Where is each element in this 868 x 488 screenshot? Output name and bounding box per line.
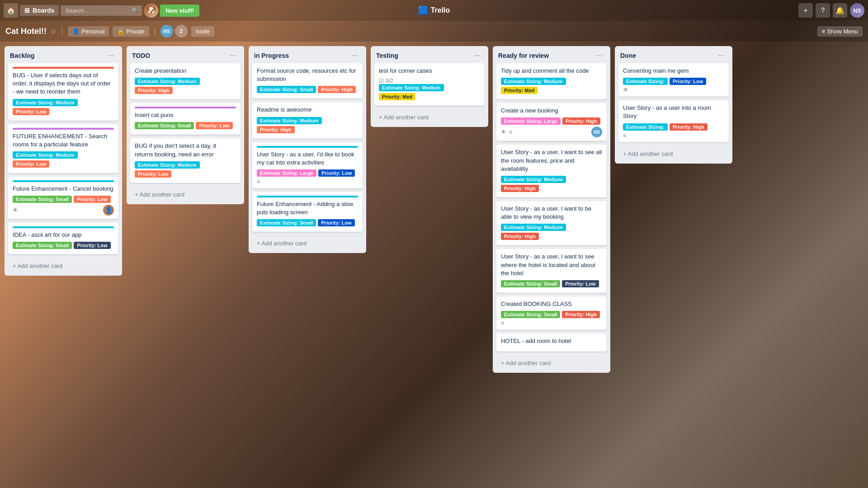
add-card-button-done[interactable]: + Add another card (618, 148, 729, 160)
checklist-te1: ☑ 0/2 (379, 78, 480, 84)
card-footer-b3: 👁👤 (13, 205, 114, 216)
info-button[interactable]: ？ (816, 3, 830, 18)
card-b3[interactable]: Future Enhancement - Cancel bookingEstim… (8, 177, 118, 219)
badge-r5-0: Estimate Sizing: Small (501, 280, 560, 287)
card-b4[interactable]: IDEA - ascii art for our appEstimate Siz… (8, 223, 118, 254)
card-footer-p3: ≡ (257, 178, 358, 185)
column-menu-testing[interactable]: ··· (472, 51, 483, 61)
card-p3[interactable]: User Story - as a user, I'd like to book… (252, 142, 363, 188)
column-menu-ready-for-review[interactable]: ··· (594, 51, 605, 61)
home-button[interactable]: 🏠 (4, 3, 18, 18)
search-icon: 🔍 (132, 7, 138, 14)
column-menu-todo[interactable]: ··· (227, 51, 239, 61)
team-count[interactable]: 2 (175, 25, 188, 38)
column-menu-done[interactable]: ··· (716, 51, 727, 61)
card-r3[interactable]: User Story - as a user, I want to see al… (496, 145, 607, 197)
card-footer-r2: 👁≡NS (501, 127, 602, 137)
card-title-p1: Format source code, resources etc for su… (257, 67, 358, 83)
column-todo: TODO···Create presentationEstimate Sizin… (127, 46, 244, 204)
card-te1[interactable]: test for corner cases☑ 0/2Estimate Sizin… (374, 63, 485, 106)
column-menu-in-progress[interactable]: ··· (349, 51, 361, 61)
card-r1[interactable]: Tidy up and comment all the codeEstimate… (496, 63, 607, 99)
card-badges-d1: Estimate Sizing:Priority: Low (623, 78, 724, 85)
badge-p1-1: Priority: High (318, 86, 356, 93)
team-avatar-1[interactable]: NS (160, 25, 173, 38)
card-p1[interactable]: Format source code, resources etc for su… (252, 63, 363, 99)
card-title-r1: Tidy up and comment all the code (501, 67, 602, 75)
card-icons-d2: ≡ (623, 132, 626, 139)
add-button[interactable]: ＋ (798, 3, 813, 18)
card-badges-t2: Estimate Sizing: SmallPriority: Low (135, 122, 236, 129)
card-p2[interactable]: Readme is awesomeEstimate Sizing: Medium… (252, 102, 363, 138)
card-b1[interactable]: BUG - User if selects days out of order,… (8, 63, 118, 121)
badge-r6-0: Estimate Sizing: Small (501, 311, 560, 318)
top-navigation: 🏠 ⊞ Boards 🔍 🐶 New stuff! 🟦 Trello ＋ ？ 🔔… (0, 0, 868, 21)
card-t1[interactable]: Create presentationEstimate Sizing: Medi… (130, 63, 241, 99)
card-title-r2: Create a new booking (501, 107, 602, 115)
list-icon: ≡ (509, 129, 512, 135)
user-avatar[interactable]: NS (850, 3, 864, 18)
invite-button[interactable]: Invite (191, 26, 214, 37)
card-color-bar-p3 (257, 146, 358, 148)
notifications-button[interactable]: 🔔 (833, 3, 847, 18)
card-title-r4: User Story - as a user, I want to be abl… (501, 205, 602, 221)
card-color-bar-b4 (13, 226, 114, 228)
card-title-b2: FUTURE ENHANCEMENT - Search rooms for a … (13, 132, 114, 149)
board-title[interactable]: Cat Hotel!! (5, 27, 47, 36)
card-t2[interactable]: Insert cat punsEstimate Sizing: SmallPri… (130, 103, 241, 135)
card-title-b4: IDEA - ascii art for our app (13, 231, 114, 239)
badge-r2-1: Priority: High (562, 117, 600, 125)
card-t3[interactable]: BUG if you don't select a day, it return… (130, 138, 241, 183)
card-d1[interactable]: Converting main me gemEstimate Sizing:Pr… (618, 63, 729, 97)
trello-logo: 🟦 Trello (418, 5, 450, 15)
card-badges-r4: Estimate Sizing: MediumPriority: High (501, 224, 602, 240)
star-button[interactable]: ☆ (50, 27, 57, 36)
trello-icon: 🟦 (418, 5, 428, 15)
add-card-button-in-progress[interactable]: + Add another card (252, 237, 363, 249)
card-r4[interactable]: User Story - as a user, I want to be abl… (496, 201, 607, 245)
personal-visibility-button[interactable]: 👤 Personal (68, 26, 109, 37)
mascot-avatar: 🐶 (144, 3, 158, 18)
badge-b2-1: Priority: Low (13, 160, 49, 168)
card-badges-b3: Estimate Sizing: SmallPriority: Low (13, 196, 114, 203)
badge-r6-1: Priority: High (562, 311, 600, 318)
private-visibility-button[interactable]: 🔒 Private (113, 26, 149, 37)
card-b2[interactable]: FUTURE ENHANCEMENT - Search rooms for a … (8, 124, 118, 173)
badge-r5-1: Priority: Low (562, 280, 599, 287)
cards-container-testing: test for corner cases☑ 0/2Estimate Sizin… (371, 63, 488, 109)
card-color-bar-b1 (13, 67, 114, 69)
badge-p1-0: Estimate Sizing: Small (257, 86, 316, 93)
add-card-button-ready-for-review[interactable]: + Add another card (496, 357, 607, 369)
card-badges-p3: Estimate Sizing: LargePriority: Low (257, 169, 358, 177)
card-d2[interactable]: User Story - as a user into a room Story… (618, 100, 729, 142)
add-card-button-backlog[interactable]: + Add another card (8, 260, 118, 272)
badge-p3-1: Priority: Low (318, 169, 355, 177)
card-r5[interactable]: User Story - as a user, I want to see wh… (496, 249, 607, 293)
badge-te1-0: Estimate Sizing: Medium (379, 84, 444, 91)
card-icons-p3: ≡ (257, 178, 260, 185)
boards-button[interactable]: ⊞ Boards (20, 5, 59, 16)
search-input[interactable] (61, 5, 142, 16)
show-menu-button[interactable]: ≡ Show Menu (817, 26, 863, 37)
card-p4[interactable]: Future Enhancement - Adding a slow puts … (252, 192, 363, 232)
add-card-button-todo[interactable]: + Add another card (130, 188, 241, 201)
badge-p3-0: Estimate Sizing: Large (257, 169, 316, 177)
divider (62, 27, 62, 36)
card-title-r6: Created BOOKING CLASS (501, 300, 602, 308)
card-badges-b4: Estimate Sizing: SmallPriority: Low (13, 242, 114, 249)
card-r7[interactable]: HOTEL - add room to hotel (496, 333, 607, 352)
add-card-button-testing[interactable]: + Add another card (374, 111, 485, 123)
column-title-todo: TODO (132, 52, 150, 59)
card-badges-r5: Estimate Sizing: SmallPriority: Low (501, 280, 602, 287)
card-r2[interactable]: Create a new bookingEstimate Sizing: Lar… (496, 103, 607, 141)
column-menu-backlog[interactable]: ··· (105, 51, 117, 61)
column-title-in-progress: in Progress (254, 52, 289, 59)
badge-d2-1: Priority: High (670, 123, 708, 131)
column-header-ready-for-review: Ready for review··· (493, 46, 610, 63)
column-in-progress: in Progress···Format source code, resour… (249, 46, 366, 253)
badge-r2-0: Estimate Sizing: Large (501, 117, 561, 125)
new-stuff-button[interactable]: New stuff! (160, 5, 199, 17)
card-title-d2: User Story - as a user into a room Story (623, 104, 724, 120)
card-r6[interactable]: Created BOOKING CLASSEstimate Sizing: Sm… (496, 296, 607, 330)
column-title-done: Done (620, 52, 636, 59)
